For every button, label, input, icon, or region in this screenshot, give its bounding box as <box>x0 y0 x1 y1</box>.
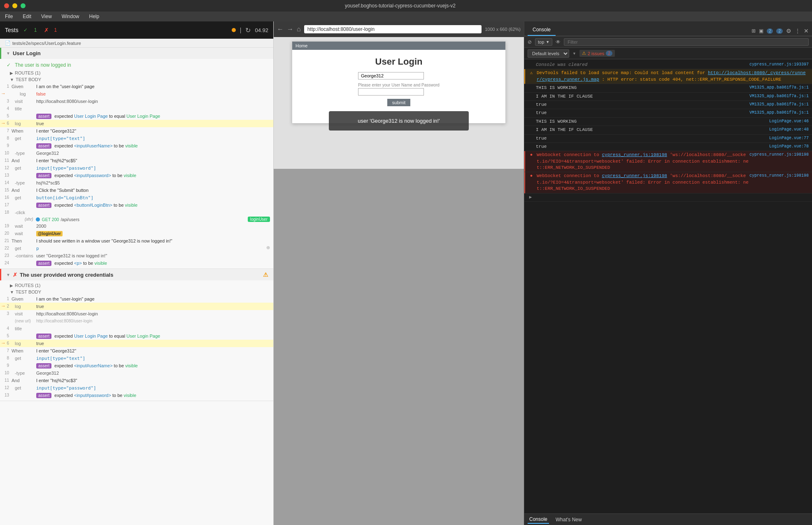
console-msg-true-4: true <box>536 144 769 150</box>
console-row-true-4: true LoginPage.vue:78 <box>524 143 812 151</box>
suite-header-user-login[interactable]: ▼ User Login <box>0 48 273 59</box>
close-devtools-icon[interactable]: ✕ <box>804 28 809 34</box>
console-source-5[interactable]: VM1325_app.ba061f7a.js:1 <box>749 110 809 116</box>
step-get-password: 12 get input[type="password"] <box>0 164 273 172</box>
step-sub-type-1: -type <box>12 150 36 156</box>
step-num-4: 4 <box>0 105 12 111</box>
console-source-ws-2[interactable]: cypress_runner.js:198198 <box>749 173 809 179</box>
eye-icon[interactable]: 👁 <box>556 39 561 45</box>
step-keyword-and-1: And <box>12 157 36 163</box>
fail-count: 1 <box>54 27 57 33</box>
step-get-p: 22 get p ⊕ <box>0 245 273 252</box>
top-dropdown[interactable]: top ▼ <box>535 38 552 46</box>
back-button[interactable]: ← <box>277 26 284 33</box>
console-source-9[interactable]: LoginPage.vue:78 <box>769 144 809 149</box>
step-content-title <box>36 105 273 106</box>
console-msg-if-clause-1: I AM IN THE IF CLAUSE <box>536 93 749 100</box>
step2-assert-title: 5 assert expected User Login Page to equ… <box>0 332 273 340</box>
menu-edit[interactable]: Edit <box>21 13 33 20</box>
step2-keyword-and: And <box>12 377 36 383</box>
maximize-button[interactable] <box>21 3 26 8</box>
more-icon[interactable]: ⋮ <box>795 28 800 34</box>
menu-file[interactable]: File <box>3 13 14 20</box>
routes-toggle[interactable]: ▶ ROUTES (1) <box>0 70 273 76</box>
console-source-1[interactable]: cypress_runner.js:193397 <box>749 62 809 68</box>
issues-num-badge: 2 <box>606 51 612 56</box>
console-source-ws-1[interactable]: cypress_runner.js:198198 <box>749 152 809 158</box>
step2-num-3: 3 <box>0 310 12 316</box>
menu-help[interactable]: Help <box>88 13 101 20</box>
step-sub-get-p: get <box>12 245 36 251</box>
step-assert-1: 5 assert expected User Login Page to equ… <box>0 112 273 120</box>
routes-toggle-2[interactable]: ▶ ROUTES (1) <box>0 282 273 289</box>
step-content-contains: user "George312 is now logged in!" <box>36 252 273 258</box>
step-content-get-text: input[type="text"] <box>36 135 273 141</box>
grid-icon[interactable]: ⊞ <box>752 28 756 34</box>
testbody-toggle-2[interactable]: ▼ TEST BODY <box>0 289 273 295</box>
console-source-8[interactable]: LoginPage.vue:77 <box>769 135 809 141</box>
test-case-header[interactable]: ✓ The user is now logged in <box>0 61 273 70</box>
step-num-7: 7 <box>0 128 12 133</box>
test-content[interactable]: ▼ User Login ✓ The user is now logged in… <box>0 48 273 525</box>
testbody-label-2: TEST BODY <box>16 289 41 294</box>
step-content-assert-4: assert expected <button#LoginBtn> to be … <box>36 202 273 208</box>
console-source-3[interactable]: VM1325_app.ba061f7a.js:1 <box>749 93 809 99</box>
home-button[interactable]: ⌂ <box>297 26 301 33</box>
footer-tab-whatsnew[interactable]: What's New <box>554 516 584 523</box>
xhr-circle-icon <box>36 217 40 222</box>
username-field <box>358 72 440 79</box>
issues-badge[interactable]: ⚠ 2 issues 2 <box>579 50 615 57</box>
levels-chevron-icon: ▼ <box>572 51 576 56</box>
tests-label: Tests <box>5 27 19 33</box>
submit-button[interactable]: submit <box>387 99 410 106</box>
console-source-7[interactable]: LoginPage.vue:48 <box>769 127 809 133</box>
separator-icon: | <box>240 27 242 33</box>
top-chevron-icon: ▼ <box>546 40 549 44</box>
step-keyword-and-2: And <box>12 187 36 193</box>
menu-view[interactable]: View <box>40 13 54 20</box>
assert-badge-4: assert <box>36 203 51 208</box>
password-input[interactable] <box>358 88 424 96</box>
window-controls[interactable] <box>4 3 26 8</box>
test-pass-icon: ✓ <box>7 62 11 68</box>
suite-header-wrong-creds[interactable]: ▼ ✗ The user provided wrong credentials … <box>0 269 273 280</box>
console-content[interactable]: Console was cleared cypress_runner.js:19… <box>524 59 812 513</box>
step-content-click <box>36 209 273 210</box>
reload-button[interactable]: ↻ <box>245 26 251 34</box>
step2-content-get-text: input[type="text"] <box>36 355 273 361</box>
console-source-6[interactable]: LoginPage.vue:46 <box>769 119 809 124</box>
filter-input[interactable] <box>564 38 809 46</box>
pass-icon: ✓ <box>23 27 28 33</box>
url-bar[interactable]: http://localhost:8080/user-login <box>304 25 482 33</box>
console-source-2[interactable]: VM1325_app.ba061f7a.js:1 <box>749 85 809 91</box>
issues-warning-icon: ⚠ <box>582 51 586 56</box>
step-num-17: 17 <box>0 202 12 207</box>
step-when-7: 7 When I enter "George312" <box>0 127 273 135</box>
settings-icon[interactable]: ⚙ <box>786 28 791 34</box>
footer-tab-console[interactable]: Console <box>528 516 549 524</box>
step-sub-log: log <box>12 91 36 96</box>
nav-home-link[interactable]: Home <box>295 43 307 48</box>
console-source-4[interactable]: VM1325_app.ba061f7a.js:1 <box>749 102 809 107</box>
ws-link-2[interactable]: cypress_runner.js:198198 <box>602 173 667 178</box>
step-num-8: 8 <box>0 135 12 140</box>
ws-link-1[interactable]: cypress_runner.js:198198 <box>602 152 667 157</box>
step-num-21: 21 <box>0 238 12 243</box>
step-keyword-assert-2 <box>12 142 36 143</box>
tab-console[interactable]: Console <box>528 24 556 36</box>
panel-icon[interactable]: ▣ <box>759 28 763 34</box>
menu-window[interactable]: Window <box>60 13 81 20</box>
minimize-button[interactable] <box>12 3 17 8</box>
url-text: http://localhost:8080/user-login <box>307 26 375 32</box>
step2-sub-log-2: log <box>12 340 36 346</box>
close-button[interactable] <box>4 3 9 8</box>
test-case-wrong-creds: ▶ ROUTES (1) ▼ TEST BODY 1 Given I am on… <box>0 280 273 401</box>
expand-arrow-icon: ▶ <box>528 194 533 201</box>
step-keyword-1: Given <box>12 83 36 89</box>
username-input[interactable] <box>358 72 424 79</box>
testbody-toggle[interactable]: ▼ TEST BODY <box>0 76 273 83</box>
forward-button[interactable]: → <box>287 26 293 33</box>
step2-num-5: 5 <box>0 333 12 338</box>
step-sub-visit: visit <box>12 98 36 104</box>
default-levels-dropdown[interactable]: Default levels <box>528 49 569 58</box>
